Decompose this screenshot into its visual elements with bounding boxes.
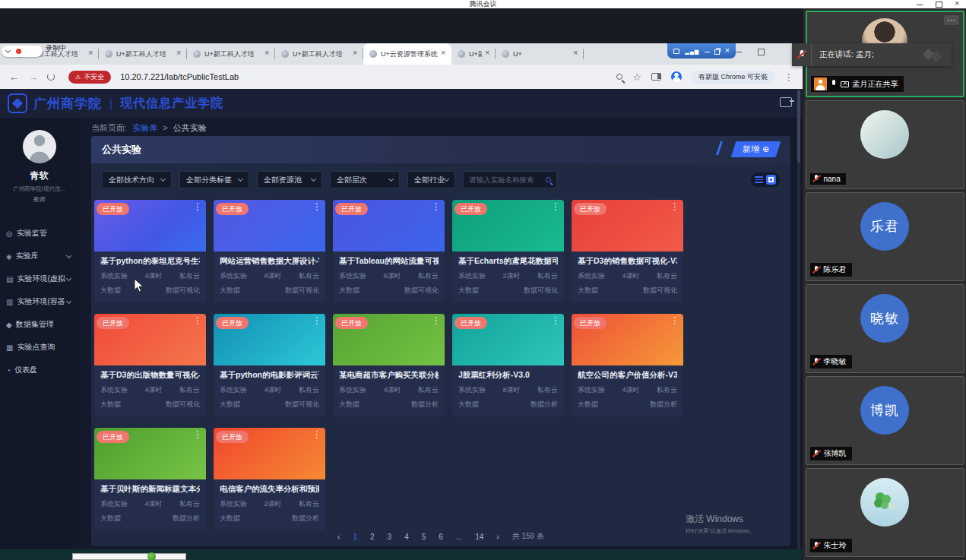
page-number[interactable]: 4	[404, 533, 409, 541]
page-number[interactable]: 14	[475, 533, 483, 541]
security-badge[interactable]: 不安全	[68, 71, 111, 84]
browser-menu-icon[interactable]	[784, 70, 793, 84]
exit-icon[interactable]	[780, 97, 792, 107]
browser-tab[interactable]: U+新工科人才培	[451, 43, 496, 65]
card-menu-icon[interactable]	[193, 315, 202, 326]
scrollbar-thumb[interactable]	[797, 90, 800, 163]
sidebar-menu-item[interactable]: ◎ 实验监管	[0, 222, 78, 245]
back-icon[interactable]: ←	[9, 71, 19, 83]
forward-icon[interactable]: →	[28, 71, 38, 83]
close-icon[interactable]	[955, 1, 961, 8]
experiment-card[interactable]: 已开放 电信客户的流失率分析和预测(py... 系统实验 2课时 私有云	[214, 428, 325, 530]
page-scrollbar[interactable]	[797, 89, 800, 549]
profile-avatar-icon[interactable]	[671, 71, 682, 82]
browser-tab[interactable]: U+	[496, 43, 584, 65]
browser-tab[interactable]: U+新工科人才培	[187, 43, 275, 65]
sidebar-menu-item[interactable]: ▥ 实验环境(容器)	[0, 290, 78, 313]
minimize-icon[interactable]	[917, 1, 923, 8]
experiment-card[interactable]: 已开放 基于python的电影影评词云可视... 系统实验 4课时 私有云	[214, 314, 325, 416]
more-options-icon[interactable]	[944, 15, 959, 25]
share-toolbar-minimize-icon[interactable]	[705, 48, 709, 54]
experiment-card[interactable]: 已开放 基于D3的出版物数量可视化-V3.0 系统实验 4课时 私有云	[94, 314, 206, 416]
share-toolbar-restore-icon[interactable]	[714, 48, 719, 54]
maximize-icon[interactable]	[936, 1, 942, 8]
grid-view-icon[interactable]	[766, 175, 776, 185]
participant-tile[interactable]: 乐君 陈乐君	[806, 192, 964, 281]
card-menu-icon[interactable]	[312, 315, 321, 326]
share-toolbar-close-icon[interactable]	[725, 48, 730, 54]
card-menu-icon[interactable]	[193, 201, 202, 212]
participant-tile[interactable]: 博凯 张博凯	[806, 376, 964, 465]
card-menu-icon[interactable]	[551, 315, 560, 326]
experiment-card[interactable]: 已开放 基于Echarts的鸢尾花数据可视化... 系统实验 2课时 私有云	[452, 200, 564, 302]
list-view-icon[interactable]	[755, 176, 763, 183]
filter-dropdown-value: 全部分类标签	[186, 175, 232, 185]
meeting-share-toolbar[interactable]	[667, 43, 736, 59]
card-meta-row: 系统实验 4课时 私有云	[100, 499, 200, 509]
search-icon[interactable]	[546, 177, 551, 182]
bookmark-star-icon[interactable]	[632, 70, 641, 84]
experiment-card[interactable]: 已开放 基于贝叶斯的新闻标题文本分类-... 系统实验 4课时 私有云	[94, 428, 206, 530]
page-number[interactable]: 2	[370, 533, 375, 541]
page-number[interactable]: 6	[439, 533, 443, 541]
chrome-update-button[interactable]: 有新版 Chrome 可安裝	[692, 70, 774, 84]
filter-dropdown[interactable]: 全部分类标签	[179, 171, 249, 188]
url-text[interactable]: 10.20.7.221/lab/tcPublicTestLab	[120, 72, 607, 81]
tab-close-icon[interactable]	[88, 51, 94, 57]
browser-tab[interactable]: U+新工科人才培	[275, 43, 363, 65]
experiment-card[interactable]: 已开放 基于Tableau的网站流量可视化-... 系统实验 6课时 私有云	[333, 200, 445, 302]
tab-close-icon[interactable]	[176, 51, 182, 57]
card-menu-icon[interactable]	[312, 201, 321, 212]
prev-page-icon[interactable]	[337, 533, 340, 541]
tab-close-icon[interactable]	[353, 51, 359, 57]
sidebar-menu-item[interactable]: ▤ 实验环境(虚拟机)	[0, 267, 78, 290]
page-number[interactable]: 5	[422, 533, 426, 541]
sidebar-menu-item[interactable]: ◈ 实验库	[0, 245, 78, 267]
experiment-card[interactable]: 已开放 某电商超市客户购买关联分析-V... 系统实验 4课时 私有云	[333, 314, 445, 416]
participant-tile[interactable]: nana	[806, 100, 964, 189]
card-menu-icon[interactable]	[432, 315, 441, 326]
filter-dropdown[interactable]: 全部层次	[330, 171, 400, 188]
reload-icon[interactable]	[47, 73, 55, 81]
sidebar-menu-item[interactable]: ◔ 仪表盘	[0, 359, 78, 381]
card-menu-icon[interactable]	[670, 315, 679, 326]
tab-close-icon[interactable]	[573, 51, 579, 57]
breadcrumb-link[interactable]: 实验库	[132, 123, 157, 132]
muted-mic-icon	[813, 358, 820, 366]
zoom-icon[interactable]	[616, 74, 622, 80]
tab-close-icon[interactable]	[264, 51, 271, 57]
search-input[interactable]	[469, 176, 546, 184]
filter-dropdown[interactable]: 全部技术方向	[102, 171, 172, 188]
card-menu-icon[interactable]	[193, 429, 202, 440]
experiment-card[interactable]: 已开放 基于python的泰坦尼克号生存数... 系统实验 4课时 私有云	[94, 200, 206, 302]
card-menu-icon[interactable]	[432, 201, 441, 212]
filter-dropdown[interactable]: 全部行业	[407, 171, 455, 188]
browser-tab[interactable]: U+云资源管理系统	[363, 43, 451, 65]
page-number[interactable]: ...	[456, 533, 462, 541]
side-panel-icon[interactable]	[651, 73, 661, 81]
experiment-card[interactable]: 已开放 网站运营销售数据大屏设计-V3.0 系统实验 8课时 私有云	[214, 200, 325, 302]
muted-mic-box[interactable]	[792, 43, 812, 66]
floating-preview-window[interactable]	[72, 553, 186, 560]
next-page-icon[interactable]	[496, 533, 499, 541]
card-menu-icon[interactable]	[670, 201, 679, 212]
participant-tile[interactable]: 朱士玲	[806, 468, 964, 557]
filter-dropdown[interactable]: 全部资源池	[257, 171, 322, 188]
page-number[interactable]: 1	[353, 533, 357, 541]
experiment-card[interactable]: 已开放 基于D3的销售数据可视化-V3.0 系统实验 4课时 私有云	[572, 200, 683, 302]
meeting-titlebar: 腾讯会议	[0, 0, 966, 8]
browser-tab[interactable]: U+新工科人才培	[99, 43, 187, 65]
tab-close-icon[interactable]	[485, 51, 491, 57]
card-menu-icon[interactable]	[551, 201, 560, 212]
tab-close-icon[interactable]	[441, 51, 447, 57]
add-button[interactable]: 新增	[730, 141, 781, 157]
sidebar-menu-item[interactable]: ▦ 实验点查询	[0, 336, 78, 359]
page-number[interactable]: 3	[388, 533, 392, 541]
participant-tile[interactable]: 晓敏 李晓敏	[806, 284, 964, 373]
sidebar-menu-item[interactable]: ◆ 数据集管理	[0, 313, 78, 336]
recording-indicator[interactable]	[2, 46, 43, 57]
chrome-restore-button[interactable]	[757, 46, 766, 55]
experiment-card[interactable]: 已开放 航空公司的客户价值分析-V3.0 系统实验 4课时 私有云	[572, 314, 683, 416]
card-menu-icon[interactable]	[312, 429, 321, 440]
experiment-card[interactable]: 已开放 J股票红利分析-V3.0 系统实验 8课时 私有云	[452, 314, 564, 416]
